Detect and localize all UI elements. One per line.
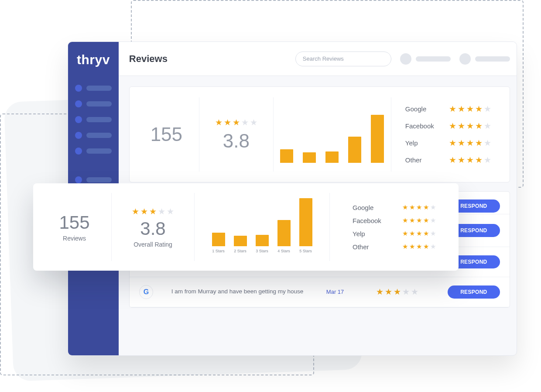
sidebar-item[interactable] [68,112,119,127]
summary-sources: Google★★★★★Facebook★★★★★Yelp★★★★★Other★★… [391,97,505,172]
bar-column: 5 Stars [299,198,312,253]
review-count-label: Reviews [63,235,86,242]
bar-chart [277,106,387,163]
bar-label: 5 Stars [299,249,312,253]
bar [212,233,225,246]
star-icon: ★ [416,230,422,237]
source-row: Other★★★★★ [353,243,436,251]
star-icon: ★ [402,243,408,251]
zoom-review-count: 155 Reviews [38,193,112,261]
star-icon: ★ [233,117,240,127]
star-icon: ★ [449,104,456,114]
summary-card: 155 ★★★★★ 3.8 Google★★★★★Facebook★★★★★Ye… [129,86,510,182]
star-icon: ★ [394,287,401,297]
sidebar-label-placeholder [86,101,112,107]
sidebar-dot-icon [75,116,82,123]
topbar-user-2[interactable] [459,53,510,65]
sidebar-item[interactable] [68,80,119,96]
source-name: Facebook [405,122,440,130]
zoom-sources: Google★★★★★Facebook★★★★★Yelp★★★★★Other★★… [330,193,454,261]
star-icon: ★ [430,203,436,211]
bar [325,151,339,163]
review-stars: ★★★★★ [376,287,442,297]
sidebar-label-placeholder [86,117,112,122]
star-icon: ★ [430,243,436,251]
sidebar-label-placeholder [86,133,112,138]
star-icon: ★ [416,243,422,251]
bar-column [348,137,361,163]
source-row: Google★★★★★ [405,104,491,114]
bar-label: 1 Stars [212,249,225,253]
avatar-icon [459,53,471,65]
overall-stars: ★★★★★ [132,206,174,217]
star-icon: ★ [215,117,223,127]
star-icon: ★ [402,203,408,211]
google-icon: G [139,285,153,299]
star-icon: ★ [449,121,456,131]
sidebar-dot-icon [75,100,82,107]
source-stars: ★★★★★ [402,243,436,251]
zoom-distribution-chart: 1 Stars2 Stars3 Stars4 Stars5 Stars [195,193,330,261]
table-row: GI am from Murray and have been getting … [130,277,510,307]
summary-zoom-card: 155 Reviews ★★★★★ 3.8 Overall Rating 1 S… [33,183,459,271]
bar [371,115,384,163]
star-icon: ★ [466,138,474,148]
star-icon: ★ [449,138,456,148]
topbar-user-1[interactable] [400,53,451,65]
page-title: Reviews [129,53,168,65]
sidebar-item[interactable] [68,127,119,143]
bar [277,220,291,247]
bar-column [303,152,316,163]
star-icon: ★ [409,217,415,224]
source-row: Google★★★★★ [353,203,436,211]
source-stars: ★★★★★ [402,203,436,211]
bar [234,236,247,246]
source-row: Yelp★★★★★ [353,230,436,237]
sidebar-item[interactable] [68,143,119,159]
star-icon: ★ [484,155,491,165]
star-icon: ★ [475,138,483,148]
source-stars: ★★★★★ [449,121,491,131]
bar-label: 4 Stars [277,249,290,253]
search-placeholder-text: Search Reviews [303,55,344,62]
star-icon: ★ [250,117,257,127]
source-stars: ★★★★★ [449,138,491,148]
star-icon: ★ [475,155,483,165]
search-input[interactable]: Search Reviews [295,52,391,66]
star-icon: ★ [385,287,392,297]
star-icon: ★ [466,104,474,114]
source-row: Facebook★★★★★ [405,121,491,131]
bar [280,149,293,163]
star-icon: ★ [458,104,465,114]
bar-column [325,151,339,163]
summary-review-count: 155 [134,97,199,172]
bar-column: 1 Stars [212,233,225,253]
star-icon: ★ [224,117,231,127]
star-icon: ★ [132,206,139,217]
zoom-overall-rating: ★★★★★ 3.8 Overall Rating [112,193,195,261]
source-name: Other [405,156,440,164]
star-icon: ★ [484,121,491,131]
star-icon: ★ [449,155,456,165]
bar-column [371,115,384,163]
star-icon: ★ [402,287,410,297]
user-label-placeholder [416,56,451,62]
star-icon: ★ [458,138,465,148]
star-icon: ★ [423,243,429,251]
brand-logo: thryv [68,50,119,80]
source-stars: ★★★★★ [402,230,436,237]
star-icon: ★ [409,243,415,251]
star-icon: ★ [430,230,436,237]
summary-distribution-chart [274,97,391,172]
bar-chart: 1 Stars2 Stars3 Stars4 Stars5 Stars [210,201,314,253]
sidebar-item[interactable] [68,96,119,112]
source-row: Yelp★★★★★ [405,138,491,148]
source-name: Google [353,204,387,211]
sidebar-dot-icon [75,85,82,92]
source-list: Google★★★★★Facebook★★★★★Yelp★★★★★Other★★… [401,104,496,165]
respond-button[interactable]: RESPOND [448,285,500,299]
star-icon: ★ [411,287,418,297]
overall-rating-value: 3.8 [140,218,165,239]
star-icon: ★ [376,287,383,297]
bar-column: 3 Stars [256,235,269,253]
